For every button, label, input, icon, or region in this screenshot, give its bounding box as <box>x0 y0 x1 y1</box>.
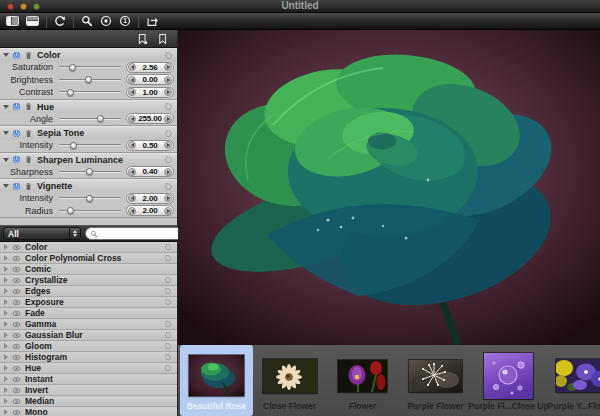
toggle-sidebar-icon[interactable] <box>6 16 19 26</box>
reset-icon[interactable] <box>164 102 173 111</box>
slider-thumb[interactable] <box>67 89 74 96</box>
stepper-increment[interactable] <box>164 76 172 84</box>
saturation-slider[interactable] <box>57 61 123 74</box>
filter-row[interactable]: Exposure <box>0 297 177 308</box>
disclosure-right-icon[interactable] <box>4 321 8 327</box>
eye-icon[interactable] <box>12 309 21 318</box>
filter-row[interactable]: Gloom <box>0 341 177 352</box>
rotate-icon[interactable] <box>54 15 66 27</box>
share-icon[interactable] <box>146 15 159 27</box>
disclosure-right-icon[interactable] <box>4 398 8 404</box>
slider-thumb[interactable] <box>69 64 76 71</box>
reset-icon[interactable] <box>164 243 172 251</box>
thumbnail-close-flower[interactable]: Close Flower <box>253 345 326 416</box>
trash-icon[interactable] <box>24 51 33 60</box>
filter-row[interactable]: Color Polynomial Cross <box>0 253 177 264</box>
reset-icon[interactable] <box>164 331 172 339</box>
filter-row[interactable]: Invert <box>0 385 177 396</box>
filter-row[interactable]: Instant <box>0 374 177 385</box>
reset-icon[interactable] <box>164 182 173 191</box>
slider-thumb[interactable] <box>67 207 74 214</box>
sharpness-slider[interactable] <box>57 166 123 179</box>
eye-icon[interactable] <box>12 386 21 395</box>
minimize-button[interactable] <box>20 3 27 10</box>
slider-thumb[interactable] <box>97 115 104 122</box>
filter-row[interactable]: Fade <box>0 308 177 319</box>
stepper-decrement[interactable] <box>128 63 136 71</box>
stepper-increment[interactable] <box>164 194 172 202</box>
bookmark-list-icon[interactable] <box>157 33 168 45</box>
disclosure-right-icon[interactable] <box>4 409 8 415</box>
stepper-increment[interactable] <box>164 168 172 176</box>
bookmark-add-icon[interactable] <box>137 33 148 45</box>
power-icon[interactable] <box>12 102 21 111</box>
sepia-intensity-slider[interactable] <box>57 139 123 152</box>
thumbnail-flower[interactable]: Flower <box>326 345 399 416</box>
trash-icon[interactable] <box>24 129 33 138</box>
eye-icon[interactable] <box>12 320 21 329</box>
filter-row[interactable]: Color <box>0 242 177 253</box>
filter-row[interactable]: Edges <box>0 286 177 297</box>
disclosure-right-icon[interactable] <box>4 266 8 272</box>
eye-icon[interactable] <box>12 265 21 274</box>
stepper-increment[interactable] <box>164 63 172 71</box>
stepper-decrement[interactable] <box>128 207 136 215</box>
reset-icon[interactable] <box>164 276 172 284</box>
stepper-decrement[interactable] <box>128 194 136 202</box>
filter-row[interactable]: Histogram <box>0 352 177 363</box>
radius-slider[interactable] <box>57 205 123 218</box>
filter-row[interactable]: Crystallize <box>0 275 177 286</box>
filter-row[interactable]: Gaussian Blur <box>0 330 177 341</box>
power-icon[interactable] <box>12 51 21 60</box>
zoom-fit-icon[interactable] <box>100 15 112 27</box>
stepper-decrement[interactable] <box>128 88 136 96</box>
disclosure-right-icon[interactable] <box>4 365 8 371</box>
thumbnail-purple-flower[interactable]: Purple Flower <box>399 345 472 416</box>
disclosure-right-icon[interactable] <box>4 244 8 250</box>
zoom-search-icon[interactable] <box>81 15 93 27</box>
disclosure-down-icon[interactable] <box>3 184 9 188</box>
stepper-decrement[interactable] <box>128 76 136 84</box>
toggle-filmstrip-icon[interactable] <box>26 16 39 26</box>
slider-thumb[interactable] <box>70 142 77 149</box>
contrast-slider[interactable] <box>57 86 123 99</box>
reset-icon[interactable] <box>164 129 173 138</box>
trash-icon[interactable] <box>24 182 33 191</box>
disclosure-down-icon[interactable] <box>3 105 9 109</box>
power-icon[interactable] <box>12 182 21 191</box>
eye-icon[interactable] <box>12 408 21 416</box>
disclosure-right-icon[interactable] <box>4 354 8 360</box>
disclosure-right-icon[interactable] <box>4 376 8 382</box>
filter-row[interactable]: Comic <box>0 264 177 275</box>
stepper-decrement[interactable] <box>128 168 136 176</box>
stepper-increment[interactable] <box>164 115 172 123</box>
stepper-decrement[interactable] <box>128 115 136 123</box>
slider-thumb[interactable] <box>85 76 92 83</box>
filter-row[interactable]: Gamma <box>0 319 177 330</box>
eye-icon[interactable] <box>12 243 21 252</box>
disclosure-right-icon[interactable] <box>4 288 8 294</box>
filter-row[interactable]: Mono <box>0 407 177 416</box>
reset-icon[interactable] <box>164 342 172 350</box>
thumbnail-purple-flower-close-up[interactable]: Purple Fl...Close Up <box>472 345 545 416</box>
stepper-increment[interactable] <box>164 207 172 215</box>
thumbnail-beautiful-rose[interactable]: Beautiful Rose <box>180 345 253 416</box>
filter-row[interactable]: Hue <box>0 363 177 374</box>
reset-icon[interactable] <box>164 298 172 306</box>
trash-icon[interactable] <box>24 102 33 111</box>
power-icon[interactable] <box>12 155 21 164</box>
slider-thumb[interactable] <box>86 195 93 202</box>
disclosure-right-icon[interactable] <box>4 299 8 305</box>
eye-icon[interactable] <box>12 331 21 340</box>
reset-icon[interactable] <box>164 254 172 262</box>
reset-icon[interactable] <box>164 364 172 372</box>
stepper-decrement[interactable] <box>128 141 136 149</box>
stepper-increment[interactable] <box>164 88 172 96</box>
canvas[interactable] <box>178 30 600 345</box>
eye-icon[interactable] <box>12 364 21 373</box>
reset-icon[interactable] <box>164 320 172 328</box>
reset-icon[interactable] <box>164 353 172 361</box>
power-icon[interactable] <box>12 129 21 138</box>
disclosure-down-icon[interactable] <box>3 131 9 135</box>
eye-icon[interactable] <box>12 287 21 296</box>
